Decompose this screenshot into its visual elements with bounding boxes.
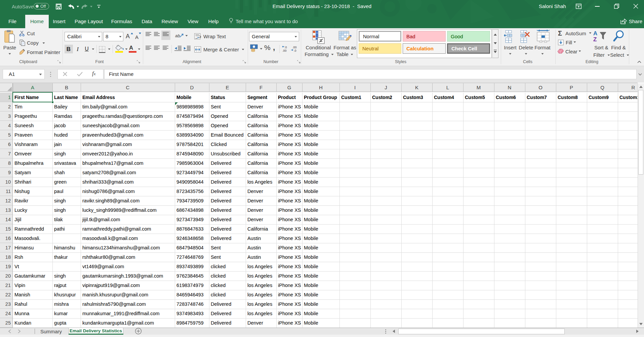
svg-text:A: A: [593, 30, 597, 37]
svg-text:.0: .0: [294, 49, 296, 52]
svg-text:.0: .0: [284, 46, 287, 49]
svg-text:.00: .00: [282, 49, 287, 52]
svg-text:.00: .00: [292, 46, 297, 49]
svg-text:ab: ab: [175, 33, 180, 38]
svg-text:Z: Z: [593, 36, 597, 43]
